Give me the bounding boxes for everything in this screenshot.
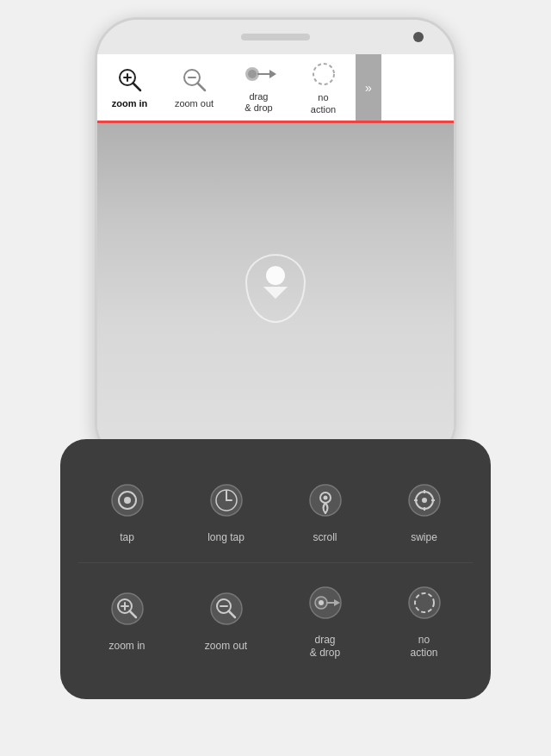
action-long-tap-label: long tap — [207, 531, 245, 545]
phone-toolbar: zoom in zoom out — [97, 54, 454, 123]
phone-figure — [245, 263, 306, 323]
action-zoom-out-label: zoom out — [205, 640, 247, 654]
svg-point-21 — [323, 496, 327, 500]
no-action-icon — [309, 59, 338, 89]
action-zoom-in-icon — [105, 586, 150, 631]
action-tap-label: tap — [120, 531, 134, 545]
svg-point-19 — [310, 485, 341, 516]
action-scroll-label: scroll — [313, 531, 337, 545]
toolbar-drag-drop-label: drag& drop — [245, 91, 272, 114]
toolbar-no-action-label: noaction — [311, 92, 336, 115]
action-grid-row1: tap long tap — [77, 465, 474, 558]
zoom-out-icon — [180, 65, 209, 95]
action-grid-row2: zoom in zoom out — [77, 567, 474, 673]
action-long-tap[interactable]: long tap — [176, 465, 276, 558]
action-drag-drop-icon — [303, 580, 348, 625]
phone-speaker — [241, 34, 310, 40]
swipe-icon — [402, 478, 447, 523]
figure-head — [266, 266, 285, 285]
svg-line-5 — [197, 83, 205, 90]
svg-point-8 — [248, 70, 257, 78]
action-scroll[interactable]: scroll — [276, 465, 375, 558]
tap-icon — [105, 478, 150, 523]
action-drag-drop-label: drag& drop — [310, 634, 340, 660]
action-zoom-in-label: zoom in — [108, 640, 145, 654]
svg-point-14 — [124, 497, 131, 504]
toolbar-no-action[interactable]: noaction — [291, 54, 356, 121]
toolbar-zoom-out-label: zoom out — [175, 98, 214, 109]
svg-point-34 — [211, 593, 242, 624]
action-zoom-out-icon — [204, 586, 249, 631]
toolbar-arrow[interactable]: » — [356, 54, 381, 121]
svg-point-43 — [409, 587, 440, 618]
action-no-action-label: noaction — [410, 634, 437, 660]
svg-point-11 — [313, 64, 334, 84]
svg-point-40 — [319, 600, 324, 605]
zoom-in-icon — [115, 65, 145, 95]
action-no-action[interactable]: noaction — [375, 567, 474, 673]
action-drag-drop[interactable]: drag& drop — [276, 567, 375, 673]
action-swipe[interactable]: swipe — [375, 465, 474, 558]
svg-point-29 — [112, 593, 143, 624]
phone-content — [97, 123, 454, 462]
action-zoom-in[interactable]: zoom in — [77, 567, 176, 673]
action-panel: tap long tap — [60, 439, 491, 699]
drag-drop-icon — [245, 61, 274, 88]
toolbar-arrow-icon: » — [365, 81, 372, 95]
svg-marker-10 — [269, 70, 276, 78]
scroll-icon — [303, 478, 348, 523]
svg-line-1 — [133, 83, 140, 90]
phone-camera — [413, 32, 424, 42]
phone-screen: zoom in zoom out — [97, 54, 454, 462]
toolbar-zoom-in-label: zoom in — [112, 98, 148, 109]
toolbar-zoom-in[interactable]: zoom in — [97, 54, 162, 121]
long-tap-icon — [204, 478, 249, 523]
figure-drop-shape — [245, 254, 306, 323]
phone-mockup: zoom in zoom out — [95, 17, 456, 465]
svg-point-24 — [422, 498, 427, 503]
figure-body — [263, 287, 288, 311]
action-swipe-label: swipe — [411, 531, 437, 545]
action-tap[interactable]: tap — [77, 465, 176, 558]
action-row-divider — [77, 562, 474, 563]
phone-top-bar — [97, 20, 454, 54]
toolbar-zoom-out[interactable]: zoom out — [162, 54, 226, 121]
action-no-action-icon — [402, 580, 447, 625]
action-zoom-out[interactable]: zoom out — [176, 567, 276, 673]
toolbar-drag-drop[interactable]: drag& drop — [226, 54, 291, 121]
